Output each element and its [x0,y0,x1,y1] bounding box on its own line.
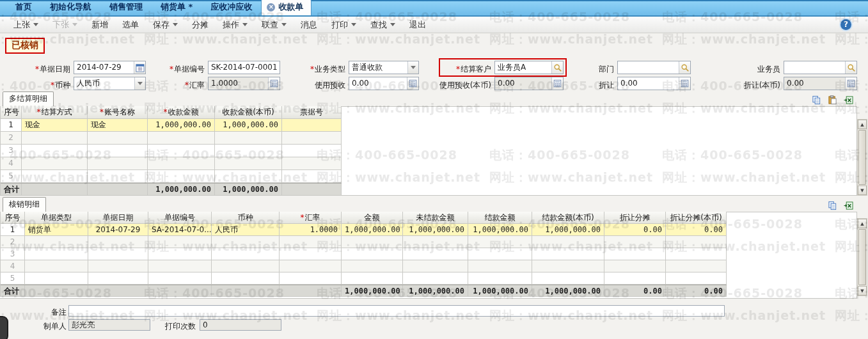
exit-button[interactable]: 退出 [402,17,433,33]
scrollbar-thumb[interactable] [858,229,866,285]
table-cell[interactable]: 现金 [22,119,88,131]
table-cell[interactable] [215,157,282,170]
table-cell[interactable]: 0.00 [604,224,666,235]
copy-icon[interactable] [810,94,822,106]
table-cell[interactable]: 2 [1,132,22,144]
table-cell[interactable] [148,132,215,144]
table-cell[interactable] [666,248,727,260]
table-cell[interactable]: 现金 [88,119,148,131]
table-cell[interactable] [604,248,666,260]
linked-query-button[interactable]: 联查 [255,17,294,33]
table-cell[interactable] [88,145,148,157]
scroll-up-icon[interactable]: ▲ [858,120,867,129]
table-cell[interactable] [22,157,88,170]
table-cell[interactable] [403,272,468,284]
table-cell[interactable] [88,170,148,182]
chevron-down-icon[interactable] [173,23,178,26]
calculator-icon[interactable] [845,77,856,90]
side-widget[interactable] [0,316,8,339]
tab-ar-offset[interactable]: 应收冲应收 [201,0,261,15]
table-cell[interactable] [282,145,342,157]
tab-sales-order[interactable]: 销货单 * [152,0,201,15]
table-cell[interactable] [88,132,148,144]
table-cell[interactable] [468,272,532,284]
table-cell[interactable] [148,170,215,182]
table-cell[interactable]: 4 [1,260,25,272]
table-cell[interactable] [282,170,342,182]
table-cell[interactable] [403,236,468,248]
table-cell[interactable]: 1 [1,119,22,131]
writeoff-table-scrollbar[interactable]: ▲ ▼ [857,218,867,296]
save-button[interactable]: 保存 [146,17,185,33]
table-cell[interactable]: 1,000,000.00 [403,224,468,235]
bill-no-input[interactable]: SK-2014-07-0001 [208,61,280,74]
table-cell[interactable] [280,236,342,248]
magnifier-icon[interactable] [845,61,856,74]
export-excel-icon[interactable] [842,94,854,106]
chevron-down-icon[interactable] [242,23,248,26]
find-button[interactable]: 查找 [363,17,402,33]
table-cell[interactable] [22,170,88,182]
table-cell[interactable] [215,132,282,144]
tab-sales-mgmt[interactable]: 销售管理 [100,0,152,15]
table-cell[interactable] [342,260,403,272]
tab-settlement-detail[interactable]: 多结算明细 [3,91,54,106]
table-cell[interactable] [148,157,215,170]
table-cell[interactable] [280,260,342,272]
table-cell[interactable]: SA-2014-07-0... [148,224,212,235]
table-cell[interactable]: 1,000,000.00 [532,224,604,235]
table-cell[interactable]: 1,000,000.00 [215,119,282,131]
settlement-table-scrollbar[interactable]: ▲ ▼ [857,119,867,196]
chevron-down-icon[interactable] [407,61,418,74]
table-cell[interactable] [342,236,403,248]
calculator-icon[interactable] [679,77,690,90]
table-cell[interactable] [403,248,468,260]
table-cell[interactable] [88,236,148,248]
copy-icon[interactable] [826,200,838,211]
table-cell[interactable] [280,272,342,284]
prev-record-button[interactable]: 上张 [6,17,45,33]
table-cell[interactable]: 5 [1,272,25,284]
table-cell[interactable]: 1 [1,224,25,235]
chevron-down-icon[interactable] [351,23,356,26]
table-cell[interactable] [88,248,148,260]
table-cell[interactable]: 销货单 [25,224,88,235]
biz-type-select[interactable]: 普通收款 [349,61,419,74]
table-cell[interactable] [212,260,280,272]
discount-input[interactable]: 0.00 [617,77,691,90]
table-cell[interactable] [403,260,468,272]
export-excel-icon[interactable] [842,200,854,211]
table-cell[interactable]: 4 [1,157,22,170]
table-cell[interactable] [22,132,88,144]
table-cell[interactable] [215,145,282,157]
table-cell[interactable]: 1,000,000.00 [148,119,215,131]
table-cell[interactable] [22,145,88,157]
help-icon[interactable]: ? [840,19,851,30]
table-cell[interactable] [88,260,148,272]
chevron-down-icon[interactable] [390,23,395,26]
table-cell[interactable] [532,236,604,248]
calculator-icon[interactable] [551,77,563,90]
table-cell[interactable] [666,260,727,272]
chevron-down-icon[interactable] [33,23,38,26]
table-cell[interactable]: 人民币 [212,224,280,235]
table-cell[interactable] [212,272,280,284]
magnifier-icon[interactable] [551,61,563,74]
table-cell[interactable] [212,248,280,260]
table-cell[interactable] [532,248,604,260]
table-cell[interactable]: 5 [1,170,22,182]
calculator-icon[interactable] [268,77,280,90]
operation-button[interactable]: 操作 [216,17,255,33]
table-cell[interactable] [25,236,88,248]
table-cell[interactable] [148,260,212,272]
table-cell[interactable] [666,236,727,248]
message-button[interactable]: 消息 [294,17,324,33]
new-button[interactable]: 新增 [84,17,115,33]
calendar-icon[interactable] [134,61,145,74]
close-icon[interactable]: × [267,3,275,12]
table-cell[interactable] [342,272,403,284]
table-cell[interactable]: 1,000,000.00 [468,224,532,235]
table-cell[interactable] [148,248,212,260]
table-cell[interactable]: 1.0000 [280,224,342,235]
table-cell[interactable] [148,272,212,284]
